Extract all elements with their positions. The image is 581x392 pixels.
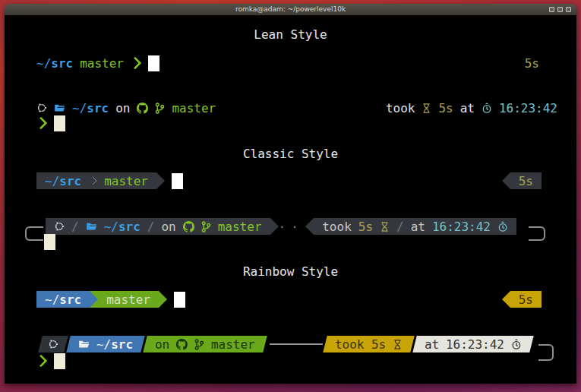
folder-icon [78,339,90,349]
classic-prompt-twoline-l1: / ~/src / on master ···· took 5 [46,218,516,235]
rainbow-p1-left: ~/src master [36,291,185,308]
os-ubuntu-icon [54,221,65,232]
prompt-chevron-icon [35,117,48,130]
git-branch-name: master [218,220,262,234]
rainbow-prompt-oneline: ~/src master 5s [36,291,542,308]
lean-style-heading: Lean Style [5,27,576,42]
rainbow-git-segment: on master [143,336,267,352]
on-label: on [161,220,175,234]
prompt-frame-right-icon [529,226,545,241]
prompt-gap-dots: ···· [279,220,306,234]
command-duration: 5s [371,337,385,352]
git-branch-icon [155,103,165,114]
classic-style-heading: Classic Style [5,147,576,161]
terminal-cursor [44,234,55,250]
current-directory: ~/src [36,56,73,71]
took-label: took [386,101,415,115]
powerline-arrow-icon [159,291,167,308]
at-label: at [460,101,475,115]
classic-right-segment: 5s [510,172,542,189]
hourglass-icon [393,339,403,350]
lean-p2-right: took 5s at 16:23:42 [386,101,557,115]
current-time: 16:23:42 [432,220,491,234]
at-label: at [411,220,425,234]
powerline-arrow-icon [305,218,314,235]
git-branch-icon [201,221,211,232]
terminal-screen[interactable]: Lean Style ~/src master 5s ~/src on [5,15,576,384]
folder-icon [54,103,65,113]
rainbow-time-segment: at 16:23:42 [412,336,534,352]
prompt-chevron-icon [128,57,141,70]
current-time: 16:23:42 [446,337,504,352]
command-duration: 5s [519,292,533,307]
powerline-arrow-icon [156,172,165,189]
maximize-button-icon[interactable] [557,7,563,12]
rainbow-git-segment: master [98,291,159,308]
lean-prompt-twoline-l2 [36,115,65,131]
window-title: romka@adam: ~/powerlevel10k [235,4,346,15]
lean-p1-left: ~/src master [36,55,159,71]
hourglass-icon [380,221,390,232]
powerline-arrow-icon [502,291,510,308]
rainbow-prompt-twoline-l1: ~/src on master took 5s [40,336,532,352]
classic-p1-right: 5s [502,172,542,189]
classic-p1-left: ~/src master [36,172,183,189]
rainbow-prompt-twoline-l2 [36,352,65,369]
powerline-arrow-icon [90,291,98,308]
command-duration: 5s [519,174,533,188]
prompt-frame-left-icon [25,226,43,241]
current-directory: ~/src [45,292,81,307]
rainbow-dir-segment: ~/src [66,336,145,352]
terminal-cursor [172,173,183,189]
classic-right-segment: took 5s / at 16:23:42 [314,218,516,235]
folder-icon [86,221,97,232]
clock-icon [497,221,508,232]
classic-prompt-oneline: ~/src master 5s [36,172,542,189]
rainbow-dir-segment: ~/src [36,291,90,308]
on-label: on [155,337,169,352]
terminal-cursor [54,115,65,131]
on-label: on [115,101,130,115]
took-label: took [335,337,365,352]
clock-icon [482,103,492,114]
git-branch-name: master [80,56,124,71]
classic-left-segment: ~/src master [36,172,156,189]
took-label: took [322,220,352,234]
rainbow-os-segment [38,336,68,352]
github-octocat-icon [176,339,188,350]
current-directory: ~/src [96,337,133,352]
titlebar[interactable]: romka@adam: ~/powerlevel10k [5,4,576,15]
segment-slash-separator: / [396,220,404,234]
segment-slash-separator: / [147,220,155,234]
os-ubuntu-icon [48,339,58,349]
minimize-button-icon[interactable] [549,7,554,12]
command-duration: 5s [358,220,373,234]
segment-slash-separator: / [71,220,79,234]
hourglass-icon [422,103,431,114]
os-ubuntu-icon [36,103,47,113]
terminal-cursor [148,55,159,71]
clock-icon [511,339,522,350]
rainbow-p1-right: 5s [502,291,542,308]
classic-prompt-twoline-l2 [44,233,55,250]
prompt-chevron-icon [35,355,48,368]
command-duration: 5s [438,101,453,115]
command-duration: 5s [525,56,539,71]
git-branch-icon [194,339,204,350]
git-branch-name: master [106,292,150,307]
powerline-arrow-icon [270,218,279,235]
classic-left-segment: / ~/src / on master [46,218,270,235]
close-button-icon[interactable] [566,7,571,12]
github-octocat-icon [137,103,148,114]
git-branch-name: master [211,337,255,352]
powerline-arrow-icon [502,172,510,189]
current-time: 16:23:42 [499,101,557,115]
rainbow-duration-segment: 5s [510,291,542,308]
segment-separator-icon [89,176,97,185]
window-controls [549,7,571,12]
terminal-window: romka@adam: ~/powerlevel10k Lean Style ~… [5,4,576,384]
lean-p2-left: ~/src on master [36,101,216,115]
terminal-cursor [54,353,65,369]
git-branch-name: master [104,174,148,188]
at-label: at [425,337,439,352]
